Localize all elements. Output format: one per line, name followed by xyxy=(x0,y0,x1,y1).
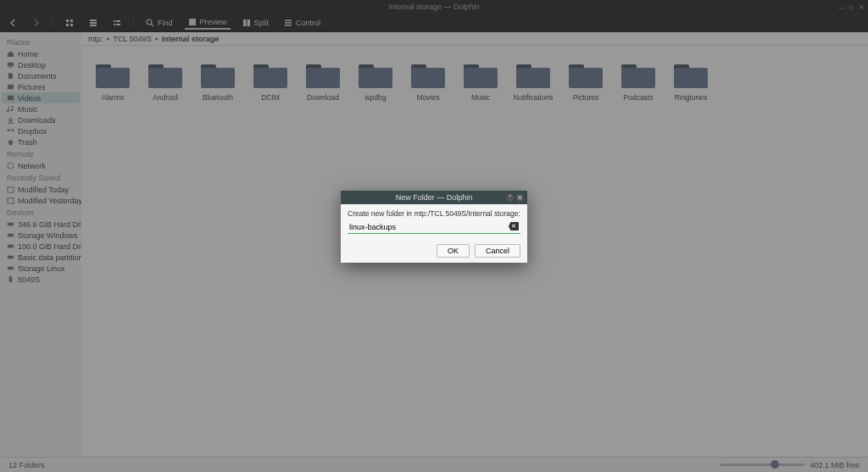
dialog-title: New Folder — Dolphin xyxy=(396,193,473,202)
dialog-buttons: OK Cancel xyxy=(341,239,527,263)
clear-input-icon[interactable]: ✕ xyxy=(509,222,519,230)
app-window: Internal storage — Dolphin — ◇ ✕ Find Pr… xyxy=(0,0,868,472)
dialog-input-wrap: ✕ xyxy=(348,221,520,234)
dialog-help-icon[interactable]: ˅ xyxy=(506,194,514,202)
dialog-prompt: Create new folder in mtp:/TCL 5049S/Inte… xyxy=(348,209,520,218)
dialog-titlebar: New Folder — Dolphin ˅ ✕ xyxy=(341,191,527,204)
ok-button[interactable]: OK xyxy=(437,244,470,258)
folder-name-input[interactable] xyxy=(348,221,520,233)
cancel-button[interactable]: Cancel xyxy=(475,244,520,258)
dialog-controls: ˅ ✕ xyxy=(506,194,524,202)
new-folder-dialog: New Folder — Dolphin ˅ ✕ Create new fold… xyxy=(341,191,527,263)
dialog-close-icon[interactable]: ✕ xyxy=(516,194,524,202)
modal-overlay: New Folder — Dolphin ˅ ✕ Create new fold… xyxy=(0,0,868,472)
dialog-body: Create new folder in mtp:/TCL 5049S/Inte… xyxy=(341,204,527,239)
